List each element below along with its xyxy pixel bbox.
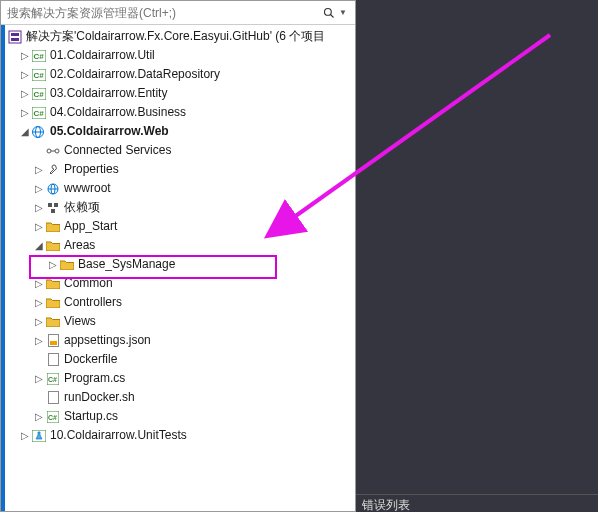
expand-icon[interactable]: ▷ xyxy=(33,331,45,350)
svg-point-17 xyxy=(55,149,59,153)
expand-icon[interactable]: ▷ xyxy=(19,46,31,65)
svg-text:C#: C# xyxy=(48,414,57,421)
item-label: App_Start xyxy=(64,217,117,236)
expand-icon[interactable]: ▷ xyxy=(33,312,45,331)
svg-text:C#: C# xyxy=(34,71,45,80)
svg-rect-27 xyxy=(48,354,58,366)
tree-item[interactable]: ▷ App_Start xyxy=(1,217,355,236)
tree-item[interactable]: ▷ C# Startup.cs xyxy=(1,407,355,426)
expand-icon[interactable]: ▷ xyxy=(19,426,31,445)
svg-text:C#: C# xyxy=(34,90,45,99)
project-label: 10.Coldairarrow.UnitTests xyxy=(50,426,187,445)
item-label: Properties xyxy=(64,160,119,179)
tree-item[interactable]: ▷ appsettings.json xyxy=(1,331,355,350)
folder-icon xyxy=(45,296,61,310)
project-label: 04.Coldairarrow.Business xyxy=(50,103,186,122)
connected-services-icon xyxy=(45,144,61,158)
folder-icon xyxy=(45,239,61,253)
svg-rect-26 xyxy=(50,341,57,345)
csproj-icon: C# xyxy=(31,87,47,101)
item-label: wwwroot xyxy=(64,179,111,198)
tree-item[interactable]: ▷ C# 04.Coldairarrow.Business xyxy=(1,103,355,122)
expand-icon[interactable]: ▷ xyxy=(33,274,45,293)
folder-icon xyxy=(45,220,61,234)
tree-item[interactable]: ▷ C# Program.cs xyxy=(1,369,355,388)
tree-item[interactable]: Dockerfile xyxy=(1,350,355,369)
svg-rect-22 xyxy=(48,203,52,207)
json-file-icon xyxy=(45,334,61,348)
solution-label: 解决方案'Coldairarrow.Fx.Core.Easyui.GitHub'… xyxy=(26,27,325,46)
chevron-down-icon[interactable]: ▼ xyxy=(339,8,355,17)
svg-rect-24 xyxy=(51,209,55,213)
svg-line-1 xyxy=(331,14,334,17)
folder-icon xyxy=(59,258,75,272)
right-dark-panel: 错误列表 xyxy=(356,0,598,512)
item-label: Controllers xyxy=(64,293,122,312)
folder-icon xyxy=(45,277,61,291)
tree-item[interactable]: ▷ Views xyxy=(1,312,355,331)
item-label: 依赖项 xyxy=(64,198,100,217)
expand-icon[interactable]: ▷ xyxy=(33,179,45,198)
project-label: 01.Coldairarrow.Util xyxy=(50,46,155,65)
tree-item[interactable]: ▷ C# 01.Coldairarrow.Util xyxy=(1,46,355,65)
folder-icon xyxy=(45,315,61,329)
expand-icon[interactable]: ▷ xyxy=(19,84,31,103)
tree-item-areas[interactable]: ◢ Areas xyxy=(1,236,355,255)
svg-text:C#: C# xyxy=(48,376,57,383)
collapse-icon[interactable]: ◢ xyxy=(19,122,31,141)
cs-file-icon: C# xyxy=(45,372,61,386)
item-label: Common xyxy=(64,274,113,293)
expand-icon[interactable]: ▷ xyxy=(33,407,45,426)
tree-item-base-sysmanage[interactable]: ▷ Base_SysManage xyxy=(1,255,355,274)
webproj-icon xyxy=(31,125,47,139)
error-list-label: 错误列表 xyxy=(362,498,410,512)
expand-icon[interactable]: ▷ xyxy=(33,369,45,388)
expand-icon[interactable]: ▷ xyxy=(19,65,31,84)
expand-icon[interactable]: ▷ xyxy=(33,217,45,236)
item-label: Program.cs xyxy=(64,369,125,388)
svg-point-16 xyxy=(47,149,51,153)
tree-item-web[interactable]: ◢ 05.Coldairarrow.Web xyxy=(1,122,355,141)
search-icon[interactable] xyxy=(319,7,339,19)
cs-file-icon: C# xyxy=(45,410,61,424)
dependencies-icon xyxy=(45,201,61,215)
expand-icon[interactable]: ▷ xyxy=(33,293,45,312)
item-label: appsettings.json xyxy=(64,331,151,350)
file-icon xyxy=(45,391,61,405)
svg-rect-4 xyxy=(11,38,19,41)
collapse-icon[interactable]: ◢ xyxy=(33,236,45,255)
tree-item[interactable]: ▷ Common xyxy=(1,274,355,293)
tree-item[interactable]: runDocker.sh xyxy=(1,388,355,407)
project-label: 03.Coldairarrow.Entity xyxy=(50,84,167,103)
svg-text:C#: C# xyxy=(34,52,45,61)
svg-rect-23 xyxy=(54,203,58,207)
tree-item[interactable]: ▷ 10.Coldairarrow.UnitTests xyxy=(1,426,355,445)
expand-icon[interactable]: ▷ xyxy=(47,255,59,274)
tree-item[interactable]: ▷ C# 03.Coldairarrow.Entity xyxy=(1,84,355,103)
tree-item[interactable]: ▷ wwwroot xyxy=(1,179,355,198)
svg-point-0 xyxy=(325,8,332,15)
tree-item[interactable]: ▷ C# 02.Coldairarrow.DataRepository xyxy=(1,65,355,84)
project-label: 02.Coldairarrow.DataRepository xyxy=(50,65,220,84)
expand-icon[interactable]: ▷ xyxy=(33,160,45,179)
solution-icon xyxy=(7,30,23,44)
tree-item[interactable]: ▷ Controllers xyxy=(1,293,355,312)
tree-item[interactable]: Connected Services xyxy=(1,141,355,160)
tree-item[interactable]: ▷ 依赖项 xyxy=(1,198,355,217)
svg-rect-2 xyxy=(9,31,21,43)
expand-icon[interactable]: ▷ xyxy=(33,198,45,217)
tree-item[interactable]: ▷ Properties xyxy=(1,160,355,179)
item-label: Views xyxy=(64,312,96,331)
expand-icon[interactable]: ▷ xyxy=(19,103,31,122)
search-input[interactable] xyxy=(1,1,319,24)
search-bar: ▼ xyxy=(1,1,355,25)
solution-node[interactable]: 解决方案'Coldairarrow.Fx.Core.Easyui.GitHub'… xyxy=(1,27,355,46)
item-label: runDocker.sh xyxy=(64,388,135,407)
file-icon xyxy=(45,353,61,367)
testproj-icon xyxy=(31,429,47,443)
csproj-icon: C# xyxy=(31,49,47,63)
item-label: Connected Services xyxy=(64,141,171,160)
error-list-tab[interactable]: 错误列表 xyxy=(356,494,598,512)
item-label: Areas xyxy=(64,236,95,255)
solution-tree[interactable]: 解决方案'Coldairarrow.Fx.Core.Easyui.GitHub'… xyxy=(1,25,355,511)
